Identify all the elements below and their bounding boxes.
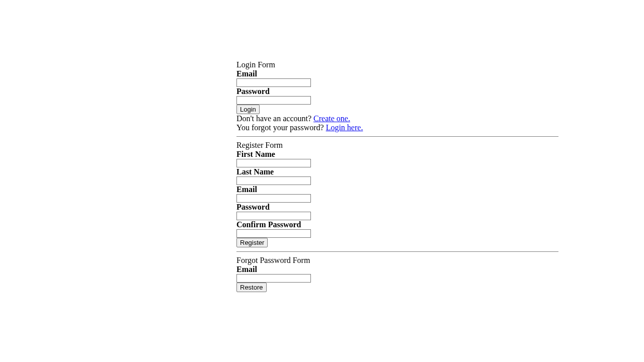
forgot-prefix: You forgot your password? [236,123,326,132]
register-form: Register Form First Name Last Name Email… [236,141,558,247]
login-password-label: Password [236,87,558,96]
login-here-link[interactable]: Login here. [326,123,363,132]
login-form-title: Login Form [236,60,558,69]
register-email-label: Email [236,185,558,194]
login-password-input[interactable] [236,96,311,105]
no-account-text: Don't have an account? Create one. [236,114,558,123]
register-last-name-label: Last Name [236,167,558,176]
no-account-prefix: Don't have an account? [236,114,313,123]
register-last-name-input[interactable] [236,176,311,185]
forgot-password-form: Forgot Password Form Email Restore [236,256,558,292]
forgot-form-title: Forgot Password Form [236,256,558,265]
forgot-password-text: You forgot your password? Login here. [236,123,558,132]
register-confirm-password-label: Confirm Password [236,220,558,229]
login-email-input[interactable] [236,78,311,87]
register-confirm-password-input[interactable] [236,229,311,238]
register-form-title: Register Form [236,141,558,150]
forgot-email-label: Email [236,265,558,274]
login-button[interactable]: Login [236,105,260,114]
restore-button[interactable]: Restore [236,283,267,292]
login-email-label: Email [236,69,558,78]
register-first-name-input[interactable] [236,159,311,167]
register-first-name-label: First Name [236,150,558,159]
divider [236,136,558,137]
divider [236,251,558,252]
forms-container: Login Form Email Password Login Don't ha… [236,60,558,292]
register-button[interactable]: Register [236,238,268,247]
forgot-email-input[interactable] [236,274,311,283]
create-account-link[interactable]: Create one. [313,114,350,123]
login-form: Login Form Email Password Login Don't ha… [236,60,558,132]
register-email-input[interactable] [236,194,311,203]
register-password-label: Password [236,203,558,212]
register-password-input[interactable] [236,212,311,220]
